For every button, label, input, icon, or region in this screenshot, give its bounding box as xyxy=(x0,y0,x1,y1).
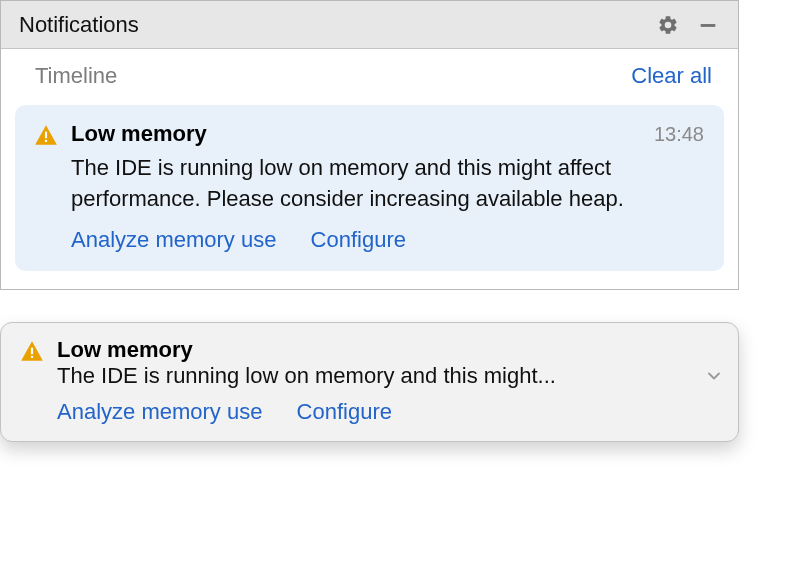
chevron-down-icon xyxy=(704,366,724,386)
notification-time: 13:48 xyxy=(654,123,704,146)
svg-rect-4 xyxy=(31,355,33,357)
minimize-icon xyxy=(697,14,719,36)
configure-link[interactable]: Configure xyxy=(297,399,392,424)
analyze-memory-link[interactable]: Analyze memory use xyxy=(71,227,276,252)
analyze-memory-link[interactable]: Analyze memory use xyxy=(57,399,262,424)
panel-header: Notifications xyxy=(1,1,738,49)
timeline-label: Timeline xyxy=(35,63,631,89)
svg-rect-1 xyxy=(45,132,47,139)
svg-rect-0 xyxy=(701,24,716,27)
warning-icon xyxy=(19,339,45,425)
toast-body: The IDE is running low on memory and thi… xyxy=(57,363,700,389)
notification-actions: Analyze memory use Configure xyxy=(71,227,704,253)
expand-button[interactable] xyxy=(704,366,724,386)
toast-actions: Analyze memory use Configure xyxy=(57,399,724,425)
configure-link[interactable]: Configure xyxy=(311,227,406,252)
panel-title: Notifications xyxy=(19,12,644,38)
notification-card[interactable]: Low memory 13:48 The IDE is running low … xyxy=(15,105,724,271)
notification-toast[interactable]: Low memory The IDE is running low on mem… xyxy=(0,322,739,442)
warning-icon xyxy=(33,123,59,253)
panel-toolbar: Timeline Clear all xyxy=(1,49,738,99)
notifications-panel: Notifications Timeline Clear all xyxy=(0,0,739,290)
clear-all-link[interactable]: Clear all xyxy=(631,63,712,89)
gear-icon xyxy=(657,14,679,36)
settings-button[interactable] xyxy=(652,9,684,41)
notification-title: Low memory xyxy=(71,121,644,147)
minimize-button[interactable] xyxy=(692,9,724,41)
svg-rect-2 xyxy=(45,140,47,142)
svg-rect-3 xyxy=(31,347,33,354)
toast-title: Low memory xyxy=(57,337,724,363)
notification-body: The IDE is running low on memory and thi… xyxy=(71,153,704,215)
